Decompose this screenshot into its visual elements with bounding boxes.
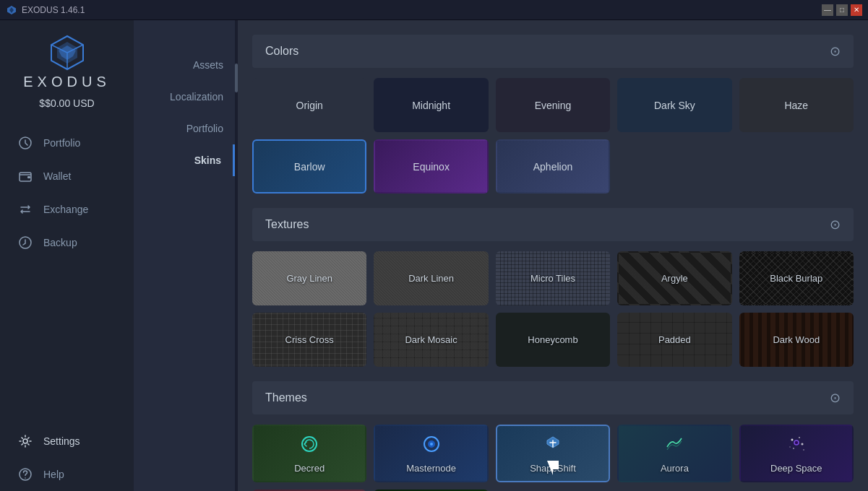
settings-icon — [17, 433, 33, 449]
svg-point-17 — [791, 438, 793, 440]
colors-chevron: ⊙ — [830, 43, 841, 59]
svg-point-10 — [23, 439, 27, 443]
balance-amount: $$0.00 — [39, 97, 70, 109]
app-icon — [6, 4, 17, 16]
theme-card-decred[interactable]: Decred — [252, 425, 366, 482]
settings-label: Settings — [43, 435, 80, 447]
close-button[interactable]: ✕ — [851, 4, 862, 16]
texture-card-micro-tiles[interactable]: Micro Tiles — [496, 251, 610, 305]
svg-point-19 — [801, 443, 803, 445]
texture-card-argyle[interactable]: Argyle — [617, 251, 731, 305]
svg-point-18 — [799, 437, 800, 438]
sidebar-item-backup[interactable]: Backup — [0, 226, 134, 259]
themes-chevron: ⊙ — [830, 390, 841, 406]
help-label: Help — [43, 469, 64, 480]
theme-card-masternode[interactable]: Masternode — [374, 425, 488, 482]
scroll-track — [235, 20, 238, 491]
svg-point-21 — [789, 446, 791, 448]
texture-card-dark-linen[interactable]: Dark Linen — [374, 251, 488, 305]
texture-card-criss-cross[interactable]: Criss Cross — [252, 313, 366, 367]
color-card-midnight[interactable]: Midnight — [374, 78, 488, 132]
backup-label: Backup — [43, 237, 77, 248]
aurora-icon — [664, 434, 684, 459]
color-card-evening[interactable]: Evening — [496, 78, 610, 132]
app-title: EXODUS 1.46.1 — [22, 5, 85, 15]
portfolio-label: Portfolio — [43, 137, 80, 149]
balance-display: $$0.00 USD — [39, 97, 94, 109]
exchange-label: Exchange — [43, 204, 88, 215]
shapeshift-icon — [543, 434, 563, 459]
themes-section-header[interactable]: Themes ⊙ — [252, 381, 854, 414]
decred-label: Decred — [294, 463, 325, 474]
exodus-logo — [46, 35, 89, 74]
deep-space-label: Deep Space — [770, 463, 822, 474]
titlebar-controls: — □ ✕ — [822, 4, 862, 16]
textures-grid: Gray Linen Dark Linen Micro Tiles Argyle… — [252, 251, 854, 367]
colors-grid: Origin Midnight Evening Dark Sky Haze Ba… — [252, 78, 854, 194]
color-card-barlow[interactable]: Barlow — [252, 139, 366, 194]
aurora-label: Aurora — [661, 463, 689, 474]
app-body: EXODUS $$0.00 USD Portfolio — [0, 20, 868, 491]
sidebar-item-exchange[interactable]: Exchange — [0, 193, 134, 226]
sidebar: EXODUS $$0.00 USD Portfolio — [0, 20, 134, 491]
texture-card-padded[interactable]: Padded — [617, 313, 731, 367]
main-content: Colors ⊙ Origin Midnight Evening Dark Sk… — [238, 20, 868, 491]
theme-card-shapeshift[interactable]: ShapeShift — [496, 425, 610, 482]
color-card-haze[interactable]: Haze — [739, 78, 854, 132]
wallet-label: Wallet — [43, 170, 71, 182]
color-card-origin[interactable]: Origin — [252, 78, 366, 132]
titlebar: EXODUS 1.46.1 — □ ✕ — [0, 0, 868, 20]
texture-card-dark-wood[interactable]: Dark Wood — [739, 313, 854, 367]
backup-icon — [17, 235, 33, 251]
decred-icon — [299, 434, 319, 459]
subnav-item-portfolio[interactable]: Portfolio — [134, 113, 235, 144]
sidebar-bottom: Settings Help — [0, 425, 134, 491]
texture-card-honeycomb[interactable]: Honeycomb — [496, 313, 610, 367]
textures-chevron: ⊙ — [830, 217, 841, 233]
sidebar-item-portfolio[interactable]: Portfolio — [0, 126, 134, 160]
logo-text: EXODUS — [23, 74, 110, 90]
sidebar-item-wallet[interactable]: Wallet — [0, 160, 134, 193]
svg-point-12 — [25, 477, 26, 479]
subnav-item-localization[interactable]: Localization — [134, 81, 235, 113]
svg-point-16 — [430, 443, 433, 446]
themes-grid: Decred Masternode — [252, 425, 854, 491]
minimize-button[interactable]: — — [822, 4, 833, 16]
colors-section-header[interactable]: Colors ⊙ — [252, 35, 854, 68]
subnav-item-assets[interactable]: Assets — [134, 49, 235, 81]
titlebar-left: EXODUS 1.46.1 — [6, 4, 85, 16]
wallet-icon — [17, 168, 33, 184]
deep-space-icon — [786, 434, 807, 459]
theme-card-deep-space[interactable]: Deep Space — [739, 425, 854, 482]
maximize-button[interactable]: □ — [836, 4, 848, 16]
textures-title: Textures — [265, 218, 309, 231]
svg-point-23 — [794, 440, 799, 445]
texture-card-gray-linen[interactable]: Gray Linen — [252, 251, 366, 305]
subnav-item-skins[interactable]: Skins — [134, 144, 235, 176]
masternode-label: Masternode — [406, 463, 456, 474]
colors-title: Colors — [265, 45, 298, 58]
masternode-icon — [421, 434, 442, 459]
sidebar-item-settings[interactable]: Settings — [0, 425, 134, 458]
themes-title: Themes — [265, 391, 307, 404]
portfolio-icon — [17, 135, 33, 151]
textures-section-header[interactable]: Textures ⊙ — [252, 208, 854, 241]
color-card-dark-sky[interactable]: Dark Sky — [617, 78, 731, 132]
balance-currency: USD — [73, 97, 95, 109]
sidebar-item-help[interactable]: Help — [0, 458, 134, 491]
help-icon — [17, 466, 33, 482]
exchange-icon — [17, 201, 33, 217]
theme-card-aurora[interactable]: Aurora — [617, 425, 731, 482]
svg-point-22 — [803, 449, 804, 451]
subnav-container: Assets Localization Portfolio Skins — [134, 20, 238, 491]
color-card-equinox[interactable]: Equinox — [374, 139, 488, 194]
svg-rect-8 — [27, 176, 30, 178]
scroll-thumb[interactable] — [235, 64, 238, 92]
texture-card-black-burlap[interactable]: Black Burlap — [739, 251, 854, 305]
subnav: Assets Localization Portfolio Skins — [134, 20, 235, 491]
svg-point-20 — [793, 448, 794, 449]
color-card-aphelion[interactable]: Aphelion — [496, 139, 610, 194]
texture-card-dark-mosaic[interactable]: Dark Mosaic — [374, 313, 488, 367]
